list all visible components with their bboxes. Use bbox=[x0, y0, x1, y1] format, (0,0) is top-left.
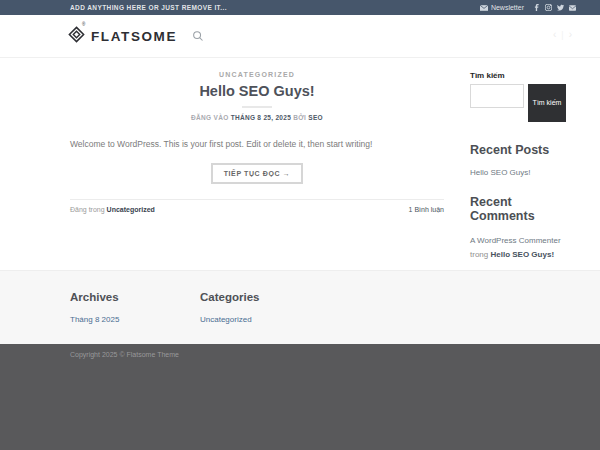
recent-comments-widget: Recent Comments A WordPress Commenter tr… bbox=[470, 195, 570, 262]
recent-post-link[interactable]: Hello SEO Guys! bbox=[470, 168, 530, 177]
copyright-text: Copyright 2025 © Flatsome Theme bbox=[70, 351, 570, 358]
recent-posts-widget: Recent Posts Hello SEO Guys! bbox=[470, 143, 570, 179]
comment-author-link[interactable]: A WordPress Commenter bbox=[470, 236, 561, 245]
post-excerpt: Welcome to WordPress. This is your first… bbox=[70, 138, 444, 151]
posted-in-label: Đăng trong bbox=[70, 206, 105, 213]
recent-posts-title: Recent Posts bbox=[470, 143, 570, 157]
post-title[interactable]: Hello SEO Guys! bbox=[70, 83, 444, 99]
archive-link[interactable]: Tháng 8 2025 bbox=[70, 315, 119, 324]
meta-author-link[interactable]: SEO bbox=[308, 114, 323, 121]
email-icon[interactable] bbox=[569, 5, 576, 11]
topbar-message: ADD ANYTHING HERE OR JUST REMOVE IT... bbox=[70, 4, 227, 11]
recent-comment-item: A WordPress Commenter trong Hello SEO Gu… bbox=[470, 234, 570, 262]
categories-title: Categories bbox=[200, 291, 259, 303]
search-widget-title: Tìm kiếm bbox=[470, 71, 570, 80]
read-more-button[interactable]: TIẾP TỤC ĐỌC → bbox=[211, 163, 304, 184]
instagram-icon[interactable] bbox=[545, 4, 552, 11]
comment-post-link[interactable]: Hello SEO Guys! bbox=[490, 250, 554, 259]
top-bar: ADD ANYTHING HERE OR JUST REMOVE IT... N… bbox=[0, 0, 600, 15]
posted-in: Đăng trong Uncategorized bbox=[70, 206, 155, 213]
post-footer-meta: Đăng trong Uncategorized 1 Bình luận bbox=[70, 199, 444, 213]
footer-widgets: Archives Tháng 8 2025 Categories Uncateg… bbox=[0, 270, 600, 344]
title-divider bbox=[242, 106, 272, 108]
registered-mark: ® bbox=[82, 22, 85, 27]
chevron-right-icon[interactable]: › bbox=[569, 29, 572, 40]
sidebar-search-input[interactable] bbox=[470, 84, 524, 108]
logo-text: FLATSOME bbox=[91, 29, 177, 44]
post-meta: ĐĂNG VÀO THÁNG 8 25, 2025 BỞI SEO bbox=[70, 114, 444, 121]
twitter-icon[interactable] bbox=[557, 4, 564, 11]
search-icon[interactable] bbox=[192, 30, 204, 42]
facebook-icon[interactable] bbox=[533, 4, 540, 11]
post-category-link[interactable]: Uncategorized bbox=[107, 206, 155, 213]
meta-date-link[interactable]: THÁNG 8 25, 2025 bbox=[231, 114, 291, 121]
social-icons bbox=[533, 4, 576, 11]
topbar-right: Newsletter bbox=[480, 4, 576, 11]
recent-comments-title: Recent Comments bbox=[470, 195, 570, 223]
meta-by-label: BỞI bbox=[293, 114, 306, 121]
flatsome-diamond-icon bbox=[68, 26, 85, 47]
search-widget: Tìm kiếm Tìm kiếm bbox=[470, 71, 570, 122]
newsletter-label: Newsletter bbox=[491, 4, 524, 11]
header-nav-arrows: ‹ | › bbox=[553, 29, 572, 40]
comments-count-link[interactable]: 1 Bình luận bbox=[409, 206, 444, 213]
newsletter-link[interactable]: Newsletter bbox=[480, 4, 524, 11]
site-logo[interactable]: ® FLATSOME bbox=[68, 26, 177, 47]
site-header: ® FLATSOME ‹ | › bbox=[0, 15, 600, 58]
meta-posted-label: ĐĂNG VÀO bbox=[191, 114, 228, 121]
header-divider: | bbox=[561, 30, 563, 40]
content-area: UNCATEGORIZED Hello SEO Guys! ĐĂNG VÀO T… bbox=[0, 58, 600, 270]
post-article: UNCATEGORIZED Hello SEO Guys! ĐĂNG VÀO T… bbox=[70, 71, 444, 262]
comment-on-word: trong bbox=[470, 250, 488, 259]
post-category-label[interactable]: UNCATEGORIZED bbox=[70, 71, 444, 78]
archives-widget: Archives Tháng 8 2025 bbox=[70, 291, 200, 326]
envelope-icon bbox=[480, 5, 488, 11]
category-footer-link[interactable]: Uncategorized bbox=[200, 315, 252, 324]
chevron-left-icon[interactable]: ‹ bbox=[553, 29, 556, 40]
sidebar: Tìm kiếm Tìm kiếm Recent Posts Hello SEO… bbox=[470, 71, 570, 262]
categories-widget: Categories Uncategorized bbox=[200, 291, 259, 326]
absolute-footer: Copyright 2025 © Flatsome Theme bbox=[0, 344, 600, 450]
archives-title: Archives bbox=[70, 291, 200, 303]
sidebar-search-button[interactable]: Tìm kiếm bbox=[528, 84, 566, 122]
